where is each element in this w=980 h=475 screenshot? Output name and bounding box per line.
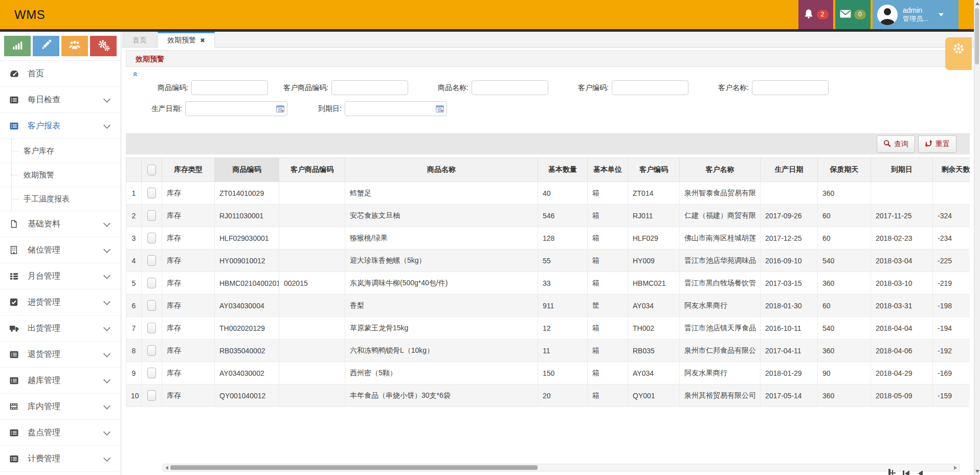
sidebar-item-越库管理[interactable]: 越库管理 — [0, 367, 121, 393]
field-label: 生产日期: — [134, 104, 182, 114]
row-checkbox[interactable] — [147, 368, 156, 378]
horizontal-scrollbar-thumb[interactable] — [170, 465, 538, 470]
row-select-cell[interactable] — [142, 362, 162, 384]
sidebar-subitem-手工温度报表[interactable]: 手工温度报表 — [0, 187, 121, 211]
sidebar-item-预警管理[interactable]: 预警管理 — [0, 471, 121, 475]
table-row: 9库存AY034030002西州密（5颗）150箱AY034阿友水果商行2018… — [126, 362, 970, 384]
row-select-cell[interactable] — [142, 295, 162, 317]
users-quick-button[interactable] — [61, 36, 88, 56]
row-checkbox[interactable] — [147, 210, 156, 221]
row-number: 5 — [126, 272, 142, 295]
form-group: 客户编码: — [554, 80, 688, 95]
reset-button[interactable]: 重置 — [918, 135, 956, 153]
sidebar-item-储位管理[interactable]: 储位管理 — [0, 237, 121, 263]
row-select-cell[interactable] — [142, 227, 162, 250]
scroll-right-arrow-icon[interactable] — [954, 466, 957, 470]
scroll-down-arrow-icon[interactable] — [975, 470, 979, 473]
sidebar-item-进货管理[interactable]: 进货管理 — [0, 289, 121, 315]
notifications-button[interactable]: 2 — [798, 0, 833, 29]
settings-quick-button[interactable] — [90, 36, 117, 56]
sidebar-item-基础资料[interactable]: 基础资料 — [0, 211, 121, 237]
column-header-基本数量[interactable]: 基本数量 — [538, 158, 588, 182]
row-checkbox[interactable] — [147, 255, 156, 266]
column-header-生产日期[interactable]: 生产日期 — [761, 158, 818, 182]
column-header-库存类型[interactable]: 库存类型 — [162, 158, 215, 182]
calendar-icon[interactable] — [436, 105, 444, 115]
vertical-scrollbar[interactable] — [974, 0, 980, 475]
text-input[interactable] — [191, 80, 268, 95]
grid-view-icon[interactable] — [888, 469, 897, 475]
column-header-客户编码[interactable]: 客户编码 — [628, 158, 680, 182]
column-header-剩余天数[interactable]: 剩余天数 — [933, 158, 970, 182]
sidebar-item-月台管理[interactable]: 月台管理 — [0, 263, 121, 289]
messages-button[interactable]: 0 — [835, 0, 871, 29]
column-header-到期日[interactable]: 到期日 — [871, 158, 933, 182]
row-checkbox[interactable] — [147, 345, 156, 356]
sidebar-item-首页[interactable]: 首页 — [0, 60, 121, 86]
horizontal-scrollbar[interactable] — [163, 464, 960, 471]
sidebar-item-客户报表[interactable]: 客户报表 — [0, 112, 121, 139]
sidebar-item-库内管理[interactable]: 库内管理 — [0, 393, 121, 419]
text-input[interactable] — [331, 80, 408, 95]
edit-quick-button[interactable] — [33, 36, 59, 56]
row-checkbox[interactable] — [147, 323, 156, 333]
sidebar-item-计费管理[interactable]: 计费管理 — [0, 445, 121, 471]
row-checkbox[interactable] — [147, 233, 156, 243]
cell: 2017-03-15 — [761, 272, 818, 295]
cell: HLF029 — [628, 227, 680, 250]
sidebar-item-出货管理[interactable]: 出货管理 — [0, 315, 121, 341]
tab-home[interactable]: 首页 — [123, 32, 157, 47]
row-checkbox[interactable] — [147, 278, 156, 288]
row-select-cell[interactable] — [142, 340, 162, 362]
row-select-cell[interactable] — [142, 205, 162, 227]
chevron-down-icon — [103, 376, 110, 383]
row-checkbox[interactable] — [147, 390, 156, 401]
calendar-icon[interactable] — [276, 105, 284, 115]
cell: 911 — [538, 295, 588, 317]
date-input[interactable] — [185, 101, 287, 116]
prev-page-icon[interactable] — [917, 469, 925, 475]
sidebar-subitem-效期预警[interactable]: 效期预警 — [0, 163, 121, 187]
row-select-cell[interactable] — [142, 317, 162, 340]
collapse-search-icon[interactable]: « — [130, 72, 141, 76]
search-button[interactable]: 查询 — [877, 135, 915, 153]
sidebar-subitem-客户库存[interactable]: 客户库存 — [0, 139, 121, 163]
row-checkbox[interactable] — [147, 188, 156, 198]
row-checkbox[interactable] — [147, 300, 156, 311]
sidebar-subitem-label: 效期预警 — [24, 170, 54, 180]
file-icon — [9, 219, 20, 229]
column-header-保质期天[interactable]: 保质期天 — [818, 158, 871, 182]
scroll-left-arrow-icon[interactable] — [165, 466, 168, 470]
date-input[interactable] — [345, 101, 447, 116]
first-page-icon[interactable] — [903, 469, 911, 475]
column-header-客户名称[interactable]: 客户名称 — [680, 158, 761, 182]
select-all-header[interactable] — [142, 158, 162, 182]
row-select-cell[interactable] — [142, 182, 162, 205]
tab-expiry-warning[interactable]: 效期预警✖ — [158, 32, 215, 48]
stats-quick-button[interactable] — [4, 36, 31, 56]
column-header-基本单位[interactable]: 基本单位 — [588, 158, 628, 182]
scroll-up-arrow-icon[interactable] — [975, 2, 979, 5]
user-menu[interactable]: admin 管理员... — [873, 0, 959, 29]
column-header-商品编码[interactable]: 商品编码 — [215, 158, 279, 182]
table-row: 8库存RB035040002六和冻鸭鸭锁骨L（10kg）11箱RB035泉州市仁… — [126, 340, 970, 362]
column-header-客户商品编码[interactable]: 客户商品编码 — [279, 158, 345, 182]
row-select-cell[interactable] — [142, 384, 162, 407]
row-number: 7 — [126, 317, 142, 340]
cell: 香梨 — [345, 295, 538, 317]
vertical-scrollbar-thumb[interactable] — [975, 8, 979, 64]
row-select-cell[interactable] — [142, 250, 162, 272]
column-header-商品名称[interactable]: 商品名称 — [345, 158, 538, 182]
panel-settings-button[interactable] — [945, 37, 972, 70]
sidebar-item-label: 客户报表 — [28, 121, 60, 131]
select-all-checkbox[interactable] — [147, 165, 156, 175]
row-select-cell[interactable] — [142, 272, 162, 295]
close-icon[interactable]: ✖ — [200, 37, 205, 44]
text-input[interactable] — [752, 80, 829, 95]
text-input[interactable] — [612, 80, 688, 95]
text-input[interactable] — [472, 80, 548, 95]
sidebar-item-每日检查[interactable]: 每日检查 — [0, 86, 121, 112]
sidebar-item-盘点管理[interactable]: 盘点管理 — [0, 419, 121, 445]
cell: 泉州市仁邦食品有限公 — [680, 340, 761, 362]
sidebar-item-退货管理[interactable]: 退货管理 — [0, 341, 121, 367]
